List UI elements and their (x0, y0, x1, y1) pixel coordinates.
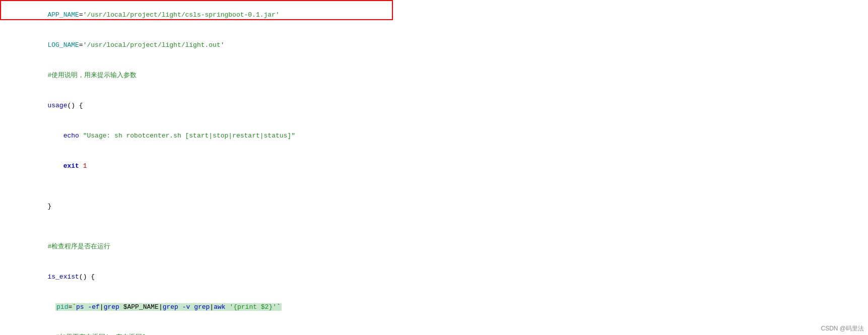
code-token: #使用说明，用来提示输入参数 (47, 72, 137, 79)
line-2: LOG_NAME='/usr/local/project/light/light… (0, 30, 868, 60)
code-token: "Usage: sh robotcenter.sh [start|stop|re… (83, 132, 295, 140)
line-content-9 (16, 222, 864, 232)
line-content-10: #检查程序是否在运行 (16, 232, 864, 262)
line-7 (0, 181, 868, 191)
line-10: #检查程序是否在运行 (0, 232, 868, 262)
line-11: is_exist() { (0, 262, 868, 292)
code-token: exit (63, 162, 79, 170)
code-token: '/usr/local/project/light/light.out' (83, 41, 225, 49)
line-content-2: LOG_NAME='/usr/local/project/light/light… (16, 30, 864, 60)
line-content-6: exit 1 (16, 151, 864, 181)
line-8: } (0, 191, 868, 222)
line-content-5: echo "Usage: sh robotcenter.sh [start|st… (16, 121, 864, 151)
line-5: echo "Usage: sh robotcenter.sh [start|st… (0, 121, 868, 151)
code-token: = (79, 41, 83, 49)
code-token: pid=`ps -ef|grep $APP_NAME|grep -v grep|… (55, 303, 282, 311)
line-4: usage() { (0, 91, 868, 121)
code-token: () { (79, 273, 95, 281)
code-token: APP_NAME (47, 11, 79, 19)
line-1: APP_NAME='/usr/local/project/light/csls-… (0, 0, 868, 30)
line-content-8: } (16, 191, 864, 222)
code-token: echo (63, 132, 79, 140)
code-token: '/usr/local/project/light/csls-springboo… (83, 11, 280, 19)
line-content-3: #使用说明，用来提示输入参数 (16, 60, 864, 91)
code-token (79, 162, 83, 170)
line-content-11: is_exist() { (16, 262, 864, 292)
line-13: #如果不存在返回1，存在返回0 (0, 322, 868, 335)
line-9 (0, 222, 868, 232)
line-content-1: APP_NAME='/usr/local/project/light/csls-… (16, 0, 864, 30)
code-token: = (79, 11, 83, 19)
line-content-4: usage() { (16, 91, 864, 121)
code-token: usage (47, 102, 67, 109)
line-content-7 (16, 181, 864, 191)
code-token: 1 (83, 162, 87, 170)
line-content-13: #如果不存在返回1，存在返回0 (16, 322, 864, 335)
line-6: exit 1 (0, 151, 868, 181)
editor-container: APP_NAME='/usr/local/project/light/csls-… (0, 0, 868, 335)
code-token: () { (67, 102, 83, 109)
line-12: pid=`ps -ef|grep $APP_NAME|grep -v grep|… (0, 292, 868, 322)
line-3: #使用说明，用来提示输入参数 (0, 60, 868, 91)
code-token: LOG_NAME (47, 41, 79, 49)
code-token: is_exist (47, 273, 79, 281)
code-token: } (47, 203, 51, 210)
watermark: CSDN @码里法 (821, 324, 864, 333)
code-token (79, 132, 83, 140)
code-area: APP_NAME='/usr/local/project/light/csls-… (0, 0, 868, 335)
line-content-12: pid=`ps -ef|grep $APP_NAME|grep -v grep|… (16, 292, 864, 322)
code-token: #检查程序是否在运行 (47, 243, 110, 250)
